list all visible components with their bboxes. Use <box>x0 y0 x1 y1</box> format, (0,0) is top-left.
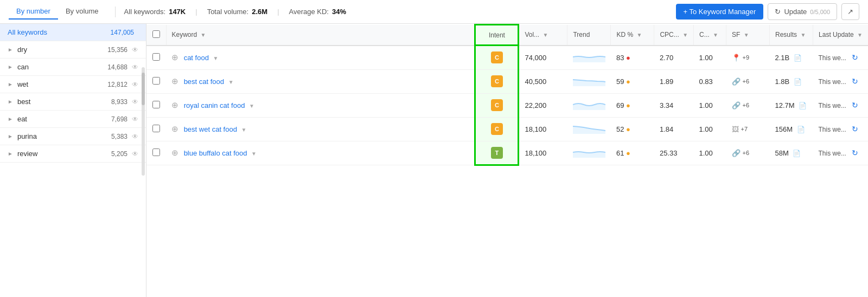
table-row: ⊕ blue buffalo cat food ▼ T 18,100 61 ● … <box>146 141 868 165</box>
eye-icon[interactable]: 👁 <box>132 81 138 88</box>
keyword-manager-button[interactable]: + To Keyword Manager <box>676 4 764 20</box>
keyword-cell: ⊕ best cat food ▼ <box>166 69 475 93</box>
sidebar-label-all: All keywords <box>8 28 111 36</box>
update-button[interactable]: ↻ Update 0/5,000 <box>768 3 837 20</box>
keyword-cell: ⊕ cat food ▼ <box>166 46 475 70</box>
keyword-link[interactable]: best cat food <box>184 78 224 86</box>
update-cell: This we... ↻ <box>813 46 868 70</box>
col-header-com[interactable]: C... ▼ <box>694 25 726 46</box>
col-header-trend[interactable]: Trend <box>567 25 611 46</box>
filter-icon[interactable]: ▼ <box>636 32 642 38</box>
eye-icon[interactable]: 👁 <box>132 150 138 158</box>
row-checkbox[interactable] <box>152 148 160 156</box>
sidebar-item-can[interactable]: ► can 14,688 👁 <box>0 59 146 76</box>
add-icon[interactable]: ⊕ <box>171 148 178 157</box>
eye-icon[interactable]: 👁 <box>132 115 138 123</box>
com-cell: 1.00 <box>694 93 726 117</box>
filter-icon[interactable]: ▼ <box>542 32 548 38</box>
export-button[interactable]: ↗ <box>841 3 859 20</box>
refresh-icon[interactable]: ↻ <box>852 77 858 86</box>
sidebar-scrollbar[interactable] <box>142 67 145 176</box>
results-cell: 2.1B 📄 <box>770 46 813 70</box>
sidebar-item-purina[interactable]: ► purina 5,383 👁 <box>0 128 146 145</box>
sf-plus-value: +6 <box>743 102 750 108</box>
col-header-cpc[interactable]: CPC... ▼ <box>654 25 694 46</box>
filter-icon[interactable]: ▼ <box>800 32 806 38</box>
sidebar-label-can: can <box>17 63 107 71</box>
total-volume-label: Total volume: <box>207 8 249 16</box>
col-header-volume[interactable]: Vol... ▼ <box>519 25 567 46</box>
keyword-link[interactable]: best wet cat food <box>184 125 237 133</box>
sidebar-item-review[interactable]: ► review 5,205 👁 <box>0 145 146 163</box>
col-header-lastupdate[interactable]: Last Update ▼ <box>813 25 868 46</box>
tab-by-number[interactable]: By number <box>9 4 58 20</box>
sidebar-item-eat[interactable]: ► eat 7,698 👁 <box>0 111 146 128</box>
table-row: ⊕ best wet cat food ▼ C 18,100 52 ● 1.84… <box>146 117 868 141</box>
kd-cell: 83 ● <box>611 46 654 70</box>
all-keywords-val: 147K <box>169 8 186 16</box>
sidebar-count-purina: 5,383 <box>111 133 127 140</box>
add-icon[interactable]: ⊕ <box>171 76 178 86</box>
select-all-checkbox[interactable] <box>152 30 160 38</box>
eye-icon[interactable]: 👁 <box>132 46 138 54</box>
row-checkbox-cell <box>146 141 166 165</box>
tab-by-volume[interactable]: By volume <box>58 4 106 20</box>
eye-icon[interactable]: 👁 <box>132 63 138 71</box>
kd-dot: ● <box>626 54 630 62</box>
trend-sparkline <box>573 51 605 62</box>
eye-icon[interactable]: 👁 <box>132 98 138 106</box>
sidebar-item-dry[interactable]: ► dry 15,356 👁 <box>0 41 146 59</box>
add-icon[interactable]: ⊕ <box>171 53 178 62</box>
refresh-icon[interactable]: ↻ <box>852 148 858 157</box>
keyword-dropdown-arrow[interactable]: ▼ <box>241 127 247 133</box>
refresh-icon[interactable]: ↻ <box>852 101 858 109</box>
update-cell: This we... ↻ <box>813 93 868 117</box>
cpc-value: 2.70 <box>660 54 673 62</box>
sidebar-item-best[interactable]: ► best 8,933 👁 <box>0 93 146 111</box>
keyword-dropdown-arrow[interactable]: ▼ <box>249 103 254 109</box>
chevron-icon: ► <box>8 116 13 122</box>
col-header-kd[interactable]: KD % ▼ <box>611 25 654 46</box>
filter-icon[interactable]: ▼ <box>713 32 718 38</box>
row-checkbox[interactable] <box>152 125 160 132</box>
trend-cell <box>567 117 611 141</box>
col-header-results[interactable]: Results ▼ <box>770 25 813 46</box>
sidebar-item-wet[interactable]: ► wet 12,812 👁 <box>0 76 146 93</box>
sidebar-count-dry: 15,356 <box>107 46 127 54</box>
sidebar-label-best: best <box>17 98 111 106</box>
intent-cell: C <box>475 46 519 70</box>
results-value: 12.7M <box>775 101 795 109</box>
filter-icon[interactable]: ▼ <box>682 32 688 38</box>
col-header-keyword[interactable]: Keyword ▼ <box>166 25 475 46</box>
keyword-cell: ⊕ blue buffalo cat food ▼ <box>166 141 475 165</box>
refresh-icon[interactable]: ↻ <box>852 53 858 62</box>
refresh-icon[interactable]: ↻ <box>852 125 858 133</box>
update-text: This we... <box>819 102 846 109</box>
row-checkbox[interactable] <box>152 53 160 61</box>
row-checkbox[interactable] <box>152 101 160 108</box>
row-checkbox[interactable] <box>152 77 160 85</box>
sf-cell: 🔗 +6 <box>726 69 770 93</box>
results-value: 156M <box>775 125 793 133</box>
filter-icon[interactable]: ▼ <box>744 32 749 38</box>
keyword-link[interactable]: cat food <box>184 54 209 62</box>
cpc-value: 1.84 <box>660 125 673 133</box>
table-row: ⊕ royal canin cat food ▼ C 22,200 69 ● 3… <box>146 93 868 117</box>
add-icon[interactable]: ⊕ <box>171 124 178 133</box>
keyword-link[interactable]: blue buffalo cat food <box>184 149 247 157</box>
filter-icon[interactable]: ▼ <box>201 32 206 38</box>
cpc-cell: 2.70 <box>654 46 694 70</box>
keyword-dropdown-arrow[interactable]: ▼ <box>213 55 219 61</box>
keyword-dropdown-arrow[interactable]: ▼ <box>228 79 234 85</box>
col-header-sf[interactable]: SF ▼ <box>726 25 770 46</box>
col-header-intent[interactable]: Intent <box>475 25 519 46</box>
keyword-dropdown-arrow[interactable]: ▼ <box>251 151 257 157</box>
table-row: ⊕ cat food ▼ C 74,000 83 ● 2.70 1.00 📍 <box>146 46 868 70</box>
sidebar-item-all-keywords[interactable]: All keywords 147,005 <box>0 24 146 41</box>
table-header-row: Keyword ▼ Intent Vol... ▼ Trend KD % <box>146 25 868 46</box>
filter-icon[interactable]: ▼ <box>857 32 863 38</box>
keyword-link[interactable]: royal canin cat food <box>184 101 245 109</box>
add-icon[interactable]: ⊕ <box>171 100 178 109</box>
eye-icon[interactable]: 👁 <box>132 133 138 140</box>
sidebar: All keywords 147,005 ► dry 15,356 👁 ► ca… <box>0 24 146 297</box>
